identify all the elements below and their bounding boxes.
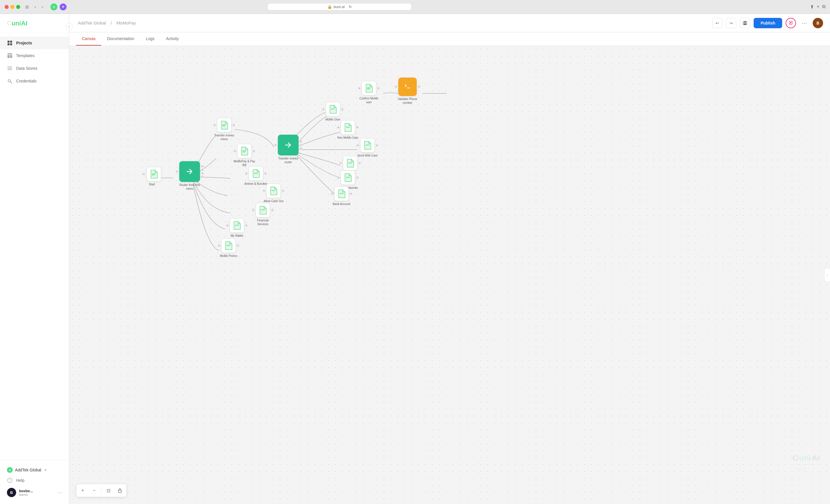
svg-rect-1	[10, 41, 12, 43]
svg-rect-40	[340, 193, 344, 194]
maximize-button[interactable]	[16, 5, 20, 9]
svg-rect-23	[222, 126, 225, 126]
node-dot-router-first-out-3	[201, 172, 203, 175]
node-momopay-label: MoMoPay & Pay Bill	[233, 159, 256, 167]
node-non-momo-label: Non MoMo User	[338, 136, 358, 139]
sidebar-item-help[interactable]: ? Help	[7, 475, 62, 485]
node-start[interactable]: Start	[143, 167, 161, 186]
tab-activity[interactable]: Activity	[160, 32, 185, 45]
svg-rect-2	[7, 43, 9, 45]
new-tab-icon[interactable]: +	[817, 4, 819, 9]
node-router-first[interactable]: Router from first menu	[176, 161, 203, 191]
forward-icon[interactable]: ›	[40, 4, 45, 10]
node-validate-label: Validate Phone number	[396, 97, 419, 105]
node-allow-cash-out[interactable]: Allow Cash Out	[263, 184, 284, 203]
node-non-momo-user[interactable]: Non MoMo User	[337, 120, 358, 139]
node-bank-account[interactable]: Bank Account	[331, 187, 352, 206]
svg-rect-27	[272, 190, 276, 191]
node-dot-wallet-out	[245, 224, 248, 227]
sidebar-item-templates[interactable]: Templates	[0, 49, 69, 62]
address-bar[interactable]: 🔒 buni.ai ↻	[267, 3, 412, 10]
user-more-button[interactable]: ⋯	[57, 490, 62, 495]
svg-rect-39	[346, 177, 350, 178]
node-dot-airtime-in	[245, 172, 248, 175]
more-menu-button[interactable]: ⋯	[799, 18, 809, 29]
node-momo-promo[interactable]: MoMo Promo	[218, 239, 239, 258]
zoom-in-button[interactable]: +	[77, 485, 88, 496]
fit-view-button[interactable]: ⊡	[103, 485, 114, 496]
node-cashout-label: Allow Cash Out	[264, 199, 284, 203]
user-info: beebe... Admin	[19, 489, 55, 497]
refresh-icon[interactable]: ↻	[349, 5, 352, 9]
tab-documentation[interactable]: Documentation	[101, 32, 140, 45]
svg-rect-4	[7, 53, 12, 55]
node-dot-momopay-out	[253, 150, 255, 152]
save-button[interactable]	[740, 18, 750, 28]
node-dot-transfer-menu-in	[214, 124, 216, 126]
node-financial-label: Financial Services	[251, 219, 274, 226]
app-container: « CuniAI Projects	[0, 14, 830, 504]
share-icon[interactable]: ⬆	[810, 4, 814, 9]
node-validate-phone[interactable]: Validate Phone number	[395, 77, 420, 105]
workspace-icon: A	[7, 467, 13, 473]
topbar-actions: ↩ ↪ Publish ⋯ B	[712, 18, 823, 29]
canvas-area[interactable]: Start	[69, 46, 830, 504]
help-icon: ?	[7, 477, 13, 483]
node-airtime[interactable]: Airtime & Bundles	[245, 166, 267, 186]
toolbar-separator	[101, 486, 101, 495]
lock-button[interactable]	[115, 485, 125, 496]
node-dot-transfer-router-in	[274, 144, 277, 146]
close-button[interactable]	[5, 5, 9, 9]
redo-button[interactable]: ↪	[726, 18, 736, 28]
sidebar-item-data-stores[interactable]: Data Stores	[0, 62, 69, 75]
sidebar-toggle-icon[interactable]: ⊟	[24, 4, 31, 10]
node-dot-router-first-out-2	[201, 169, 203, 171]
svg-text:?: ?	[9, 479, 11, 482]
node-momo-user[interactable]: MoMo User	[322, 102, 344, 121]
extension-icon-2[interactable]: ★	[60, 3, 67, 10]
node-financial[interactable]: Financial Services	[251, 203, 274, 226]
undo-button[interactable]: ↩	[712, 18, 723, 28]
node-momopay-bill[interactable]: MoMoPay & Pay Bill	[233, 144, 256, 167]
minimize-button[interactable]	[10, 5, 14, 9]
workspace-label: AddTek Global	[15, 468, 41, 472]
url-text: buni.ai	[334, 5, 345, 9]
back-icon[interactable]: ‹	[33, 4, 38, 10]
workspace-selector[interactable]: A AddTek Global ▾	[7, 465, 62, 475]
node-dot-cashout-in	[263, 190, 265, 192]
sidebar-collapse-button[interactable]: «	[66, 23, 73, 30]
sidebar-item-projects[interactable]: Projects	[0, 37, 69, 49]
tab-logs[interactable]: Logs	[140, 32, 160, 45]
svg-rect-26	[254, 173, 258, 174]
svg-rect-25	[243, 152, 245, 152]
svg-rect-46	[119, 490, 121, 493]
node-transfer-router[interactable]: Transfer money router	[274, 135, 302, 164]
publish-button[interactable]: Publish	[754, 18, 782, 28]
node-dot-wallet-in	[226, 224, 228, 227]
node-dot-non-momo-out	[356, 126, 358, 129]
zoom-out-button[interactable]: −	[89, 485, 99, 496]
node-dot-send-care-out	[376, 144, 378, 147]
lock-icon: 🔒	[327, 5, 332, 9]
node-bank-label: Bank Account	[332, 202, 350, 206]
node-transfer-menu[interactable]: Transfer money menu	[213, 118, 236, 141]
user-profile: B beebe... Admin ⋯	[7, 485, 62, 499]
node-promo-label: MoMo Promo	[220, 254, 237, 258]
node-dot-transfer-router-out-1	[300, 140, 302, 143]
tabs-icon[interactable]: ⧉	[822, 4, 825, 9]
node-send-care[interactable]: Send With Care	[357, 138, 378, 157]
sidebar-item-credentials[interactable]: Credentials	[0, 75, 69, 87]
node-my-wallet[interactable]: My Wallet	[226, 218, 248, 238]
node-dot-send-care-in	[357, 144, 359, 147]
sidebar: « CuniAI Projects	[0, 14, 69, 504]
node-dot-validate-in	[395, 86, 397, 88]
node-confirm-momo[interactable]: Confirm MoMo user	[357, 81, 380, 104]
canvas-right-collapse[interactable]: ‹	[824, 268, 830, 282]
node-wallet-label: My Wallet	[230, 234, 243, 238]
projects-icon	[7, 40, 13, 46]
extension-icon-1[interactable]: G	[51, 3, 57, 10]
node-dot-transfer-menu-out	[232, 124, 235, 126]
play-button[interactable]	[786, 18, 796, 28]
tab-canvas[interactable]: Canvas	[76, 32, 101, 45]
node-dot-transfer-router-out-2	[300, 144, 302, 146]
